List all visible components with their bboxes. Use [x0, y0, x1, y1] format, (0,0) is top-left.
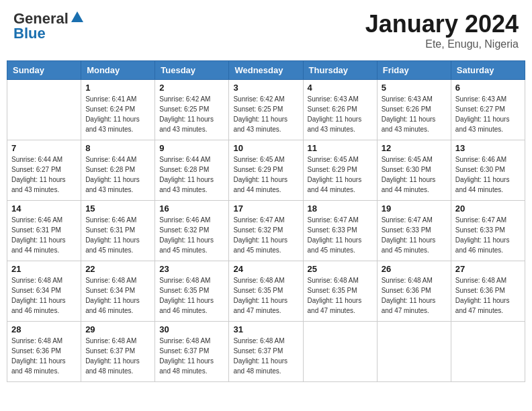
- calendar-cell: 30Sunrise: 6:48 AMSunset: 6:37 PMDayligh…: [155, 322, 229, 382]
- calendar-week-1: 1Sunrise: 6:41 AMSunset: 6:24 PMDaylight…: [7, 80, 525, 140]
- calendar-cell: 25Sunrise: 6:48 AMSunset: 6:35 PMDayligh…: [303, 261, 377, 322]
- day-info: Sunrise: 6:44 AMSunset: 6:28 PMDaylight:…: [85, 154, 150, 195]
- day-number: 16: [159, 203, 224, 214]
- day-number: 19: [382, 203, 447, 214]
- header-saturday: Saturday: [451, 61, 525, 80]
- logo-blue-text: Blue: [13, 25, 46, 42]
- calendar-cell: 26Sunrise: 6:48 AMSunset: 6:36 PMDayligh…: [377, 261, 451, 322]
- calendar-cell: 22Sunrise: 6:48 AMSunset: 6:34 PMDayligh…: [81, 261, 155, 322]
- day-number: 13: [455, 143, 521, 153]
- calendar-cell: 15Sunrise: 6:46 AMSunset: 6:31 PMDayligh…: [81, 201, 155, 261]
- calendar-cell: 7Sunrise: 6:44 AMSunset: 6:27 PMDaylight…: [7, 140, 81, 201]
- calendar-cell: 14Sunrise: 6:46 AMSunset: 6:31 PMDayligh…: [7, 201, 81, 261]
- day-info: Sunrise: 6:48 AMSunset: 6:35 PMDaylight:…: [159, 275, 224, 316]
- day-number: 22: [85, 264, 150, 274]
- day-info: Sunrise: 6:47 AMSunset: 6:32 PMDaylight:…: [233, 215, 298, 255]
- logo-icon: [70, 10, 85, 25]
- calendar-cell: 21Sunrise: 6:48 AMSunset: 6:34 PMDayligh…: [7, 261, 81, 322]
- day-number: 15: [85, 203, 150, 214]
- calendar-cell: 6Sunrise: 6:43 AMSunset: 6:27 PMDaylight…: [451, 80, 525, 140]
- day-info: Sunrise: 6:43 AMSunset: 6:26 PMDaylight:…: [308, 94, 373, 134]
- day-number: 27: [455, 264, 521, 274]
- day-number: 18: [308, 203, 373, 214]
- day-info: Sunrise: 6:48 AMSunset: 6:36 PMDaylight:…: [455, 275, 521, 316]
- day-number: 30: [159, 324, 224, 334]
- day-info: Sunrise: 6:48 AMSunset: 6:34 PMDaylight:…: [11, 275, 77, 316]
- calendar-cell: 17Sunrise: 6:47 AMSunset: 6:32 PMDayligh…: [229, 201, 303, 261]
- day-info: Sunrise: 6:48 AMSunset: 6:36 PMDaylight:…: [11, 336, 77, 376]
- calendar-week-2: 7Sunrise: 6:44 AMSunset: 6:27 PMDaylight…: [7, 140, 525, 201]
- calendar-cell: 24Sunrise: 6:48 AMSunset: 6:35 PMDayligh…: [229, 261, 303, 322]
- day-number: 26: [382, 264, 447, 274]
- header-wednesday: Wednesday: [229, 61, 303, 80]
- header-tuesday: Tuesday: [155, 61, 229, 80]
- title-area: January 2024 Ete, Enugu, Nigeria: [365, 10, 519, 50]
- day-number: 10: [233, 143, 298, 153]
- page-header: General Blue January 2024 Ete, Enugu, Ni…: [7, 7, 525, 54]
- calendar-cell: 27Sunrise: 6:48 AMSunset: 6:36 PMDayligh…: [451, 261, 525, 322]
- calendar-cell: 4Sunrise: 6:43 AMSunset: 6:26 PMDaylight…: [303, 80, 377, 140]
- day-number: 5: [382, 83, 447, 93]
- calendar-cell: 2Sunrise: 6:42 AMSunset: 6:25 PMDaylight…: [155, 80, 229, 140]
- day-info: Sunrise: 6:48 AMSunset: 6:37 PMDaylight:…: [159, 336, 224, 376]
- day-info: Sunrise: 6:43 AMSunset: 6:26 PMDaylight:…: [382, 94, 447, 134]
- calendar-cell: 20Sunrise: 6:47 AMSunset: 6:33 PMDayligh…: [451, 201, 525, 261]
- day-number: 6: [455, 83, 521, 93]
- day-info: Sunrise: 6:48 AMSunset: 6:37 PMDaylight:…: [233, 336, 298, 376]
- svg-marker-0: [71, 11, 83, 22]
- day-number: 28: [11, 324, 77, 334]
- day-number: 25: [308, 264, 373, 274]
- calendar-cell: 13Sunrise: 6:46 AMSunset: 6:30 PMDayligh…: [451, 140, 525, 201]
- calendar-cell: 29Sunrise: 6:48 AMSunset: 6:37 PMDayligh…: [81, 322, 155, 382]
- day-number: 3: [233, 83, 298, 93]
- day-info: Sunrise: 6:48 AMSunset: 6:36 PMDaylight:…: [382, 275, 447, 316]
- day-number: 7: [11, 143, 77, 153]
- day-info: Sunrise: 6:45 AMSunset: 6:29 PMDaylight:…: [308, 154, 373, 195]
- calendar-table: SundayMondayTuesdayWednesdayThursdayFrid…: [7, 60, 525, 382]
- day-info: Sunrise: 6:44 AMSunset: 6:27 PMDaylight:…: [11, 154, 77, 195]
- day-info: Sunrise: 6:48 AMSunset: 6:35 PMDaylight:…: [233, 275, 298, 316]
- day-info: Sunrise: 6:46 AMSunset: 6:32 PMDaylight:…: [159, 215, 224, 255]
- day-number: 24: [233, 264, 298, 274]
- day-info: Sunrise: 6:48 AMSunset: 6:37 PMDaylight:…: [85, 336, 150, 376]
- calendar-week-3: 14Sunrise: 6:46 AMSunset: 6:31 PMDayligh…: [7, 201, 525, 261]
- day-info: Sunrise: 6:47 AMSunset: 6:33 PMDaylight:…: [455, 215, 521, 255]
- day-info: Sunrise: 6:47 AMSunset: 6:33 PMDaylight:…: [382, 215, 447, 255]
- calendar-cell: [303, 322, 377, 382]
- calendar-cell: 16Sunrise: 6:46 AMSunset: 6:32 PMDayligh…: [155, 201, 229, 261]
- month-title: January 2024: [365, 10, 519, 38]
- calendar-cell: 19Sunrise: 6:47 AMSunset: 6:33 PMDayligh…: [377, 201, 451, 261]
- calendar-cell: 12Sunrise: 6:45 AMSunset: 6:30 PMDayligh…: [377, 140, 451, 201]
- day-number: 9: [159, 143, 224, 153]
- day-number: 12: [382, 143, 447, 153]
- day-info: Sunrise: 6:41 AMSunset: 6:24 PMDaylight:…: [85, 94, 150, 134]
- day-number: 29: [85, 324, 150, 334]
- day-info: Sunrise: 6:45 AMSunset: 6:30 PMDaylight:…: [382, 154, 447, 195]
- day-info: Sunrise: 6:46 AMSunset: 6:31 PMDaylight:…: [11, 215, 77, 255]
- day-number: 23: [159, 264, 224, 274]
- calendar-week-4: 21Sunrise: 6:48 AMSunset: 6:34 PMDayligh…: [7, 261, 525, 322]
- calendar-cell: 10Sunrise: 6:45 AMSunset: 6:29 PMDayligh…: [229, 140, 303, 201]
- day-info: Sunrise: 6:42 AMSunset: 6:25 PMDaylight:…: [233, 94, 298, 134]
- calendar-cell: [7, 80, 81, 140]
- day-number: 2: [159, 83, 224, 93]
- calendar-cell: 11Sunrise: 6:45 AMSunset: 6:29 PMDayligh…: [303, 140, 377, 201]
- calendar-cell: 8Sunrise: 6:44 AMSunset: 6:28 PMDaylight…: [81, 140, 155, 201]
- calendar-cell: 9Sunrise: 6:44 AMSunset: 6:28 PMDaylight…: [155, 140, 229, 201]
- calendar-cell: 18Sunrise: 6:47 AMSunset: 6:33 PMDayligh…: [303, 201, 377, 261]
- calendar-cell: 23Sunrise: 6:48 AMSunset: 6:35 PMDayligh…: [155, 261, 229, 322]
- calendar-cell: 31Sunrise: 6:48 AMSunset: 6:37 PMDayligh…: [229, 322, 303, 382]
- day-info: Sunrise: 6:42 AMSunset: 6:25 PMDaylight:…: [159, 94, 224, 134]
- header-friday: Friday: [377, 61, 451, 80]
- calendar-cell: 3Sunrise: 6:42 AMSunset: 6:25 PMDaylight…: [229, 80, 303, 140]
- header-sunday: Sunday: [7, 61, 81, 80]
- calendar-cell: 28Sunrise: 6:48 AMSunset: 6:36 PMDayligh…: [7, 322, 81, 382]
- calendar-cell: [451, 322, 525, 382]
- location: Ete, Enugu, Nigeria: [365, 38, 519, 50]
- calendar-week-5: 28Sunrise: 6:48 AMSunset: 6:36 PMDayligh…: [7, 322, 525, 382]
- day-info: Sunrise: 6:44 AMSunset: 6:28 PMDaylight:…: [159, 154, 224, 195]
- day-number: 11: [308, 143, 373, 153]
- day-info: Sunrise: 6:47 AMSunset: 6:33 PMDaylight:…: [308, 215, 373, 255]
- day-number: 4: [308, 83, 373, 93]
- day-info: Sunrise: 6:48 AMSunset: 6:34 PMDaylight:…: [85, 275, 150, 316]
